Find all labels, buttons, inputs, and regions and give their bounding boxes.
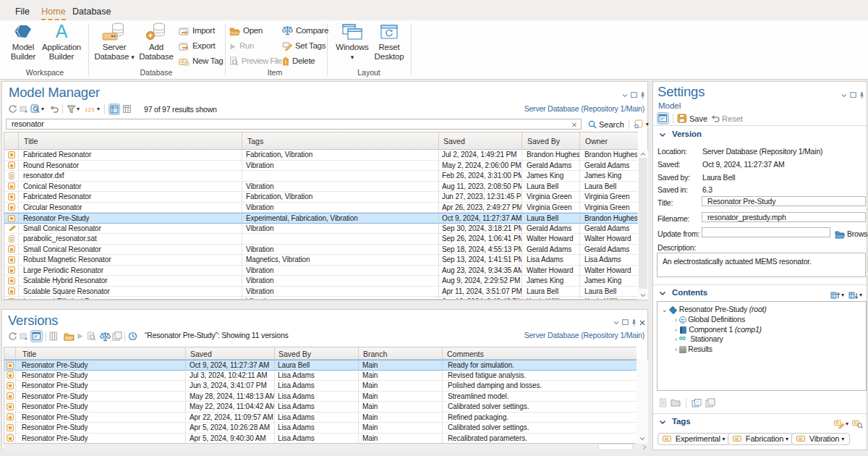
svg-text:123: 123 [85, 106, 95, 113]
